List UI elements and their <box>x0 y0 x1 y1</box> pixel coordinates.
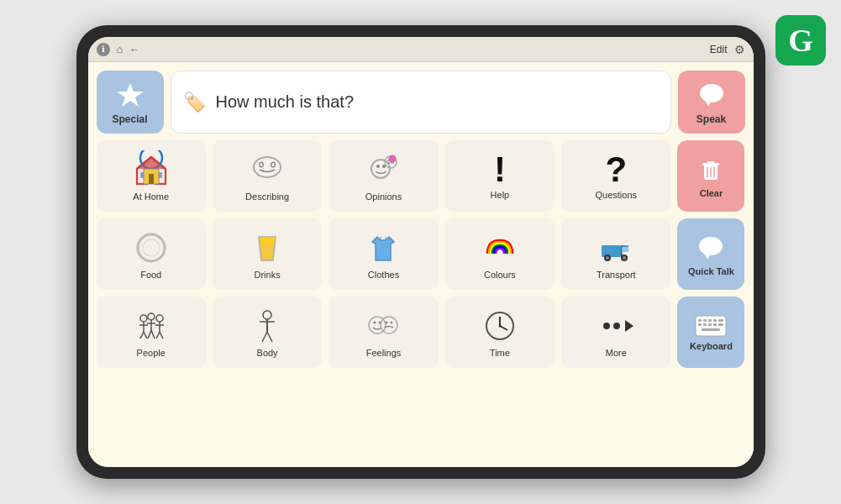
svg-rect-10 <box>149 174 154 184</box>
svg-line-51 <box>144 332 147 339</box>
svg-point-30 <box>138 234 165 261</box>
info-icon[interactable]: ℹ <box>97 43 110 56</box>
category-body[interactable]: Body <box>213 297 322 368</box>
rainbow-icon <box>481 228 519 267</box>
category-people[interactable]: People <box>97 297 206 368</box>
svg-line-50 <box>140 332 144 339</box>
svg-point-42 <box>606 256 609 260</box>
keyboard-icon <box>694 314 728 338</box>
clear-cell[interactable]: Clear <box>677 140 744 212</box>
speak-label: Speak <box>696 113 726 125</box>
svg-line-60 <box>156 332 160 339</box>
body-icon <box>248 307 286 345</box>
category-describing[interactable]: Describing <box>213 140 322 212</box>
tablet-screen: ℹ ⌂ ← Edit ⚙ Special 🏷️ How much is that… <box>88 37 754 467</box>
shirt-icon <box>364 228 402 267</box>
quick-talk-cell[interactable]: Quick Talk <box>677 218 744 290</box>
svg-marker-0 <box>117 83 144 107</box>
svg-rect-86 <box>698 323 702 326</box>
svg-point-57 <box>156 315 163 322</box>
row4: People Body <box>97 297 745 368</box>
svg-marker-46 <box>704 253 711 260</box>
drinks-label: Drinks <box>255 270 281 280</box>
category-time[interactable]: Time <box>445 297 555 368</box>
star-icon <box>115 80 145 110</box>
svg-point-31 <box>143 239 160 256</box>
category-opinions[interactable]: Opinions <box>329 140 438 212</box>
back-icon[interactable]: ← <box>129 44 139 55</box>
speak-cell[interactable]: Speak <box>678 71 745 134</box>
category-food[interactable]: Food <box>97 218 206 290</box>
plate-icon <box>132 228 171 267</box>
svg-point-72 <box>391 322 393 324</box>
feelings-icon <box>364 307 402 345</box>
clock-icon <box>481 307 519 345</box>
svg-rect-89 <box>713 323 717 326</box>
gear-icon[interactable]: ⚙ <box>734 43 745 56</box>
svg-line-55 <box>148 330 151 339</box>
row3: Food Drinks Clo <box>97 218 745 290</box>
trash-icon <box>696 155 726 185</box>
svg-point-20 <box>388 162 390 164</box>
svg-point-68 <box>374 322 376 324</box>
opinions-icon <box>364 150 402 189</box>
category-clothes[interactable]: Clothes <box>329 218 438 290</box>
edit-button[interactable]: Edit <box>710 44 728 55</box>
home-icon[interactable]: ⌂ <box>117 43 124 55</box>
svg-point-16 <box>371 160 390 178</box>
svg-rect-23 <box>391 162 394 164</box>
special-cell[interactable]: Special <box>97 71 164 134</box>
quick-talk-label: Quick Talk <box>688 266 734 276</box>
time-label: Time <box>490 348 510 358</box>
svg-rect-85 <box>718 319 723 322</box>
svg-point-77 <box>603 323 610 329</box>
svg-point-78 <box>613 323 620 329</box>
help-label: Help <box>491 190 510 200</box>
svg-point-22 <box>389 155 396 162</box>
category-questions[interactable]: ? Questions <box>561 140 670 212</box>
svg-point-15 <box>272 163 275 166</box>
svg-line-66 <box>267 332 272 342</box>
people-label: People <box>137 348 166 358</box>
opinions-label: Opinions <box>365 192 402 202</box>
svg-line-61 <box>160 332 163 339</box>
category-help[interactable]: ! Help <box>445 140 555 212</box>
describing-label: Describing <box>245 192 289 202</box>
grammarly-letter: G <box>788 22 813 59</box>
house-icon <box>132 150 171 189</box>
svg-rect-37 <box>602 245 622 257</box>
category-transport[interactable]: Transport <box>561 218 670 290</box>
category-more[interactable]: More <box>561 297 670 368</box>
svg-point-70 <box>381 317 397 333</box>
keyboard-cell[interactable]: Keyboard <box>677 297 744 368</box>
svg-rect-26 <box>707 161 714 164</box>
svg-point-14 <box>260 163 263 166</box>
category-at-home[interactable]: At Home <box>97 140 206 212</box>
feelings-label: Feelings <box>366 348 402 358</box>
category-feelings[interactable]: Feelings <box>329 297 438 368</box>
svg-rect-91 <box>702 328 720 331</box>
clear-label: Clear <box>700 188 723 198</box>
svg-point-44 <box>623 256 626 260</box>
tablet-outer: ℹ ⌂ ← Edit ⚙ Special 🏷️ How much is that… <box>76 25 765 479</box>
svg-marker-33 <box>259 237 276 244</box>
special-label: Special <box>112 113 147 125</box>
text-display: 🏷️ How much is that? <box>171 71 671 134</box>
svg-point-52 <box>148 313 155 320</box>
svg-rect-84 <box>713 319 717 322</box>
svg-rect-40 <box>622 247 628 252</box>
transport-label: Transport <box>597 270 636 280</box>
quick-talk-icon <box>696 233 726 263</box>
people-icon <box>132 307 171 345</box>
svg-rect-88 <box>708 323 712 326</box>
speak-icon <box>696 80 727 110</box>
category-colours[interactable]: Colours <box>445 218 555 290</box>
food-label: Food <box>140 270 161 280</box>
grammarly-badge[interactable]: G <box>775 15 826 66</box>
questions-label: Questions <box>596 190 638 200</box>
category-drinks[interactable]: Drinks <box>213 218 322 290</box>
exclamation-icon: ! <box>494 152 506 187</box>
glass-icon <box>248 228 286 267</box>
display-icon: 🏷️ <box>183 92 206 113</box>
svg-line-75 <box>500 326 507 330</box>
